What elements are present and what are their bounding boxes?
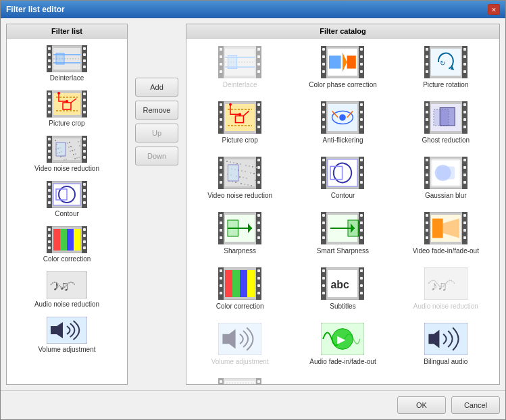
svg-rect-62 — [76, 157, 78, 159]
smart-sharpness-catalog-icon — [321, 212, 364, 244]
svg-rect-339 — [359, 267, 364, 300]
svg-rect-247 — [228, 165, 238, 181]
svg-rect-104 — [53, 229, 60, 251]
volume-adj-c-catalog-icon — [218, 323, 261, 355]
catalog-item-volume-adj-c: Volume adjustment — [189, 318, 290, 372]
title-bar: Filter list editor × — [1, 1, 505, 18]
list-item-video-noise-reduction[interactable]: Video noise reduction — [9, 132, 124, 176]
svg-rect-330 — [220, 292, 222, 294]
svg-rect-39 — [48, 144, 51, 147]
remove-button[interactable]: Remove — [135, 101, 178, 120]
svg-rect-251 — [322, 159, 325, 161]
svg-rect-341 — [360, 269, 363, 272]
bilingual-catalog-icon — [424, 323, 467, 355]
list-item-contour[interactable]: Contour — [9, 177, 124, 221]
svg-rect-342 — [322, 277, 325, 280]
svg-rect-233 — [243, 177, 244, 178]
catalog-item-ghost-reduction[interactable]: Ghost reduction — [395, 97, 497, 151]
catalog-item-label: Volume adjustment — [211, 358, 269, 366]
svg-rect-211 — [257, 166, 260, 169]
svg-rect-300 — [360, 229, 363, 232]
svg-rect-308 — [424, 212, 430, 244]
svg-rect-266 — [426, 159, 428, 161]
close-button[interactable]: × — [488, 4, 500, 15]
svg-rect-256 — [360, 174, 363, 176]
color-phase-catalog-icon — [321, 46, 364, 78]
svg-rect-137 — [322, 70, 325, 73]
catalog-item-gaussian-blur[interactable]: Gaussian blur — [395, 152, 497, 206]
svg-rect-346 — [322, 292, 325, 294]
catalog-item-picture-rotation[interactable]: ↻ Picture rotation — [395, 41, 497, 95]
svg-rect-370 — [225, 381, 255, 384]
catalog-item-sharpness[interactable]: Sharpness — [189, 207, 290, 261]
svg-rect-254 — [360, 166, 363, 169]
list-item-deinterlace[interactable]: Deinterlace — [9, 41, 124, 85]
ok-button[interactable]: OK — [397, 396, 446, 414]
svg-rect-242 — [255, 167, 257, 168]
svg-rect-194 — [426, 103, 428, 106]
svg-rect-363 — [257, 380, 260, 383]
deinterlace-catalog-icon — [218, 46, 261, 78]
svg-rect-159 — [256, 101, 261, 134]
svg-rect-227 — [244, 184, 245, 185]
catalog-item-color-phase[interactable]: Color phase correction — [292, 41, 393, 95]
catalog-item-contour-c[interactable]: Contour — [292, 152, 393, 206]
svg-rect-287 — [257, 236, 260, 239]
catalog-item-anti-flickering[interactable]: Anti-flickering — [292, 97, 393, 151]
svg-rect-235 — [252, 166, 253, 167]
catalog-scroll[interactable]: Deinterlace Color phase correction ↻ — [186, 38, 499, 384]
svg-rect-105 — [60, 229, 67, 251]
catalog-item-video-noise-c[interactable]: Video noise reduction — [189, 152, 290, 206]
svg-rect-312 — [426, 221, 428, 224]
svg-rect-160 — [220, 103, 222, 106]
list-item-volume-adjustment[interactable]: Volume adjustment — [9, 313, 124, 357]
list-item-color-correction[interactable]: Color correction — [9, 222, 124, 266]
svg-rect-253 — [322, 166, 325, 169]
svg-rect-234 — [247, 184, 249, 186]
svg-rect-86 — [48, 201, 51, 204]
svg-rect-21 — [48, 99, 51, 101]
svg-rect-271 — [463, 174, 466, 176]
svg-text:♪♫: ♪♫ — [53, 278, 70, 293]
svg-rect-343 — [360, 277, 363, 280]
svg-rect-196 — [426, 111, 428, 113]
svg-rect-298 — [360, 221, 363, 224]
svg-rect-146 — [426, 48, 428, 51]
color-correction-icon — [45, 226, 88, 254]
catalog-item-label: Picture crop — [222, 136, 257, 145]
list-item-audio-noise-reduction[interactable]: ♪♫ Audio noise reduction — [9, 267, 124, 311]
svg-rect-179 — [360, 103, 363, 106]
svg-rect-65 — [64, 159, 65, 161]
catalog-item-color-correction-c[interactable]: Color correction — [189, 263, 290, 317]
catalog-item-smart-sharpness[interactable]: Smart Sharpness — [292, 207, 393, 261]
svg-rect-37 — [48, 138, 51, 140]
list-item-picture-crop[interactable]: Picture crop — [9, 86, 124, 130]
svg-rect-249 — [321, 157, 326, 189]
svg-rect-213 — [257, 174, 260, 176]
add-button[interactable]: Add — [135, 78, 178, 97]
filter-list-scroll[interactable]: Deinterlace Picture crop — [7, 38, 127, 384]
catalog-item-audio-fade[interactable]: ▶ Audio fade-in/fade-out — [292, 318, 393, 372]
catalog-item-video-fade[interactable]: Video fade-in/fade-out — [395, 207, 497, 261]
catalog-item-picture-crop-c[interactable]: Picture crop — [189, 97, 290, 151]
svg-rect-326 — [220, 277, 222, 280]
deinterlace-icon — [45, 45, 88, 73]
picture-crop-c-catalog-icon — [218, 101, 261, 134]
svg-point-188 — [340, 114, 347, 121]
cancel-button[interactable]: Cancel — [451, 396, 500, 414]
catalog-item-subtitles[interactable]: abc Subtitles — [292, 263, 393, 317]
svg-rect-215 — [257, 181, 260, 184]
svg-rect-181 — [360, 111, 363, 113]
svg-rect-178 — [322, 103, 325, 106]
svg-rect-51 — [78, 157, 80, 158]
up-button[interactable]: Up — [135, 124, 178, 142]
catalog-item-label: Ghost reduction — [422, 136, 470, 145]
down-button[interactable]: Down — [135, 147, 178, 165]
svg-rect-182 — [322, 118, 325, 121]
svg-rect-309 — [462, 212, 467, 244]
svg-rect-269 — [463, 166, 466, 169]
svg-rect-76 — [56, 142, 66, 156]
svg-rect-317 — [463, 236, 466, 239]
svg-rect-345 — [360, 284, 363, 287]
catalog-item-bilingual[interactable]: Bilingual audio — [395, 318, 497, 372]
